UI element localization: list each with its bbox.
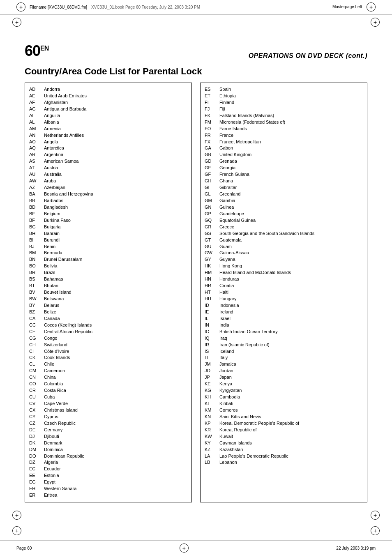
table-row: BRBrazil — [29, 269, 187, 276]
country-name: Central African Republic — [44, 329, 187, 335]
country-name: Lebanon — [219, 459, 363, 466]
country-name: Cook Islands — [44, 355, 187, 361]
country-name: Bosnia and Herzegovina — [44, 191, 187, 198]
country-name: Cape Verde — [44, 401, 187, 407]
table-row: AEUnited Arab Emirates — [29, 93, 187, 99]
country-code: AU — [29, 171, 41, 178]
table-row: GHGhana — [205, 178, 363, 184]
table-row: GMGambia — [205, 198, 363, 204]
table-row: EREritrea — [29, 492, 187, 499]
country-name: Cyprus — [44, 414, 187, 420]
country-code: ES — [205, 86, 216, 93]
table-row: KIKiribati — [205, 401, 363, 407]
table-row: BJBenin — [29, 244, 187, 250]
table-row: KWKuwait — [205, 433, 363, 440]
country-code: HK — [205, 263, 216, 269]
country-name: Western Sahara — [44, 486, 187, 492]
country-code: BB — [29, 198, 41, 204]
country-code: EG — [29, 479, 41, 486]
country-code: HR — [205, 283, 216, 289]
country-code: BD — [29, 204, 41, 211]
country-name: Albania — [44, 119, 187, 126]
table-row: EHWestern Sahara — [29, 486, 187, 492]
table-row: HTHaiti — [205, 289, 363, 296]
table-row: BABosnia and Herzegovina — [29, 191, 187, 198]
country-name: American Samoa — [44, 158, 187, 165]
table-row: ITItaly — [205, 355, 363, 361]
table-row: GIGibraltar — [205, 184, 363, 191]
country-code: CN — [29, 374, 41, 381]
country-code: AM — [29, 126, 41, 132]
corner-tl-icon — [12, 18, 21, 27]
country-name: Australia — [44, 171, 187, 178]
country-name: Micronesia (Federated States of) — [219, 119, 363, 126]
country-name: Andorra — [44, 86, 187, 93]
country-code: IL — [205, 315, 216, 322]
country-code: AG — [29, 106, 41, 113]
country-code: GI — [205, 184, 216, 191]
country-code: IE — [205, 309, 216, 315]
country-name: Iceland — [219, 348, 363, 355]
bottom-bar: Page 60 22 July 2003 3:19 pm — [0, 541, 392, 555]
country-name: Cameroon — [44, 368, 187, 374]
country-name: Aruba — [44, 178, 187, 184]
country-code: KE — [205, 381, 216, 387]
country-name: Egypt — [44, 479, 187, 486]
country-name: Croatia — [219, 283, 363, 289]
country-name: Switzerland — [44, 342, 187, 348]
country-code: DM — [29, 447, 41, 453]
table-row: GFFrench Guiana — [205, 171, 363, 178]
table-row: KNSaint Kitts and Nevis — [205, 414, 363, 420]
table-row: ATAustria — [29, 165, 187, 171]
table-row: GEGeorgia — [205, 165, 363, 171]
country-code: AD — [29, 86, 41, 93]
table-row: CKCook Islands — [29, 355, 187, 361]
table-row: BVBouvet Island — [29, 289, 187, 296]
table-row: DEGermany — [29, 427, 187, 433]
country-name: Gabon — [219, 145, 363, 152]
country-name: Ireland — [219, 309, 363, 315]
table-row: IOBritish Indian Ocean Territory — [205, 329, 363, 335]
country-code: IR — [205, 342, 216, 348]
table-row: JOJordan — [205, 368, 363, 374]
table-row: AQAntarctica — [29, 145, 187, 152]
table-row: BEBelgium — [29, 211, 187, 217]
country-name: Equatorial Guinea — [219, 217, 363, 224]
country-name: Hungary — [219, 296, 363, 302]
country-name: Angola — [44, 139, 187, 145]
country-code: GS — [205, 230, 216, 237]
country-name: Ecuador — [44, 466, 187, 472]
country-name: Kyrgyzstan — [219, 387, 363, 394]
country-code: GP — [205, 211, 216, 217]
country-name: Comoros — [219, 407, 363, 414]
country-code: ET — [205, 93, 216, 99]
table-row: BHBahrain — [29, 230, 187, 237]
table-row: COColombia — [29, 381, 187, 387]
country-name: Saint Kitts and Nevis — [219, 414, 363, 420]
country-name: India — [219, 322, 363, 329]
country-name: Benin — [44, 244, 187, 250]
country-code: DK — [29, 440, 41, 447]
side-left-icon — [12, 511, 21, 520]
table-row: CUCuba — [29, 394, 187, 401]
table-row: FMMicronesia (Federated States of) — [205, 119, 363, 126]
country-code: AQ — [29, 145, 41, 152]
country-name: Jordan — [219, 368, 363, 374]
country-name: Antigua and Barbuda — [44, 106, 187, 113]
table-row: BOBolivia — [29, 263, 187, 269]
country-name: Ethiopia — [219, 93, 363, 99]
country-name: Cayman Islands — [219, 440, 363, 447]
country-code: BH — [29, 230, 41, 237]
country-name: United Kingdom — [219, 152, 363, 158]
table-row: CFCentral African Republic — [29, 329, 187, 335]
table-row: HRCroatia — [205, 283, 363, 289]
table-row: DZAlgeria — [29, 459, 187, 466]
country-name: United Arab Emirates — [44, 93, 187, 99]
country-name: Congo — [44, 335, 187, 342]
country-code: GU — [205, 244, 216, 250]
table-row: KYCayman Islands — [205, 440, 363, 447]
table-row: FOFaroe Islands — [205, 126, 363, 132]
country-code: KR — [205, 427, 216, 433]
table-row: CLChile — [29, 361, 187, 368]
country-name: Argentina — [44, 152, 187, 158]
